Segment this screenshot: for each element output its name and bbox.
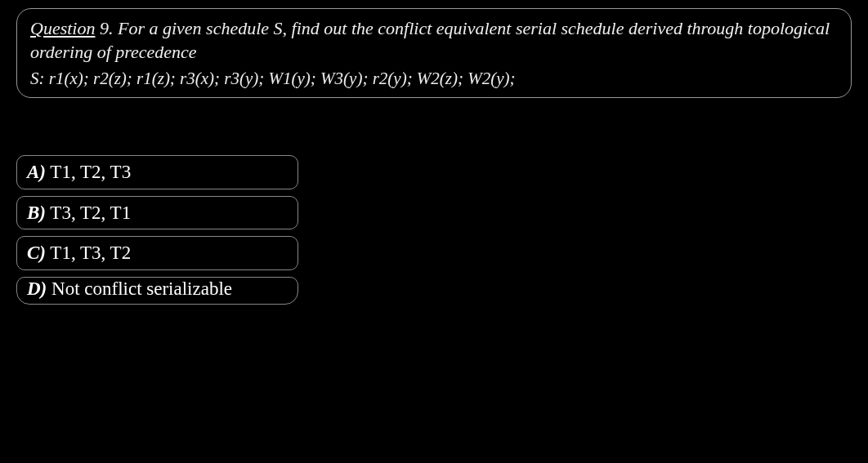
option-b[interactable]: B) T3, T2, T1 (16, 196, 298, 230)
option-letter: A) (27, 162, 46, 182)
question-label: Question (30, 18, 95, 38)
question-number: 9. (100, 18, 114, 38)
option-text: Not conflict serializable (47, 278, 232, 299)
option-a[interactable]: A) T1, T2, T3 (16, 155, 298, 189)
question-text: For a given schedule S, find out the con… (30, 18, 830, 62)
option-text: T1, T3, T2 (46, 243, 131, 263)
question-box: Question 9. For a given schedule S, find… (16, 8, 852, 98)
question-schedule: S: r1(x); r2(z); r1(z); r3(x); r3(y); W1… (30, 69, 838, 89)
option-letter: D) (27, 278, 47, 299)
option-text: T1, T2, T3 (46, 162, 131, 182)
option-d[interactable]: D) Not conflict serializable (16, 277, 298, 305)
question-prompt: Question 9. For a given schedule S, find… (30, 17, 838, 64)
options-container: A) T1, T2, T3 B) T3, T2, T1 C) T1, T3, T… (16, 155, 298, 304)
option-letter: B) (27, 203, 46, 223)
option-c[interactable]: C) T1, T3, T2 (16, 236, 298, 270)
option-text: T3, T2, T1 (46, 203, 131, 223)
option-letter: C) (27, 243, 46, 263)
